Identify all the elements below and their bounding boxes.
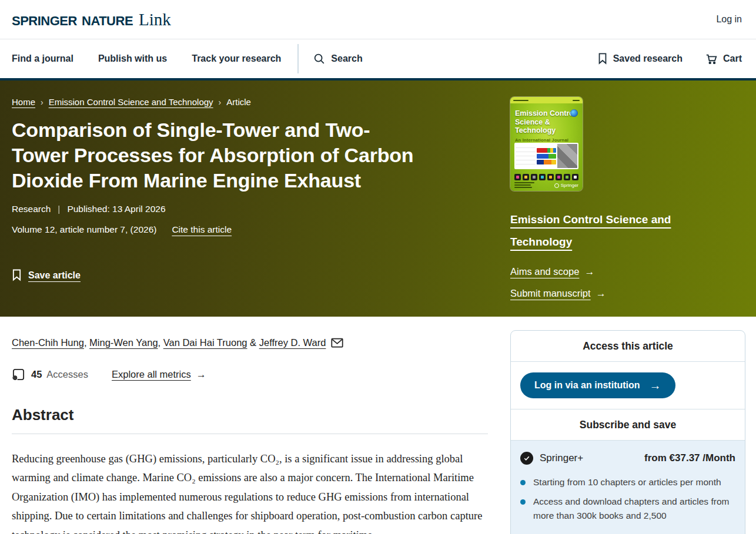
cover-issn-text xyxy=(514,181,534,188)
author-link[interactable]: Jeffrey D. Ward xyxy=(259,337,326,348)
volume-row: Volume 12, article number 7, (2026) Cite… xyxy=(12,224,488,235)
list-item: Starting from 10 chapters or articles pe… xyxy=(520,475,735,489)
bookmark-icon xyxy=(597,53,608,65)
submit-manuscript-link[interactable]: Submit manuscript xyxy=(510,288,591,299)
plan-name: Springer+ xyxy=(540,452,583,464)
bullet-icon xyxy=(520,499,526,505)
explore-all-metrics-link[interactable]: Explore all metrics xyxy=(112,369,191,380)
meta-separator: | xyxy=(58,204,60,214)
arrow-right-icon: → xyxy=(196,370,206,379)
nav-find-a-journal[interactable]: Find a journal xyxy=(12,53,73,64)
arrow-right-icon: → xyxy=(596,288,606,298)
subscribe-and-save-title: Subscribe and save xyxy=(511,409,745,440)
access-card-title: Access this article xyxy=(511,331,745,361)
springer-logo: Springer xyxy=(554,183,578,188)
nav-cart-label: Cart xyxy=(723,53,742,64)
email-corresponding-author-icon[interactable] xyxy=(331,338,343,348)
abstract-heading: Abstract xyxy=(12,406,488,424)
cover-barchart-figure xyxy=(537,144,557,168)
accesses-label: Accesses xyxy=(46,369,88,380)
cite-this-article-link[interactable]: Cite this article xyxy=(172,224,232,235)
page-title: Comparison of Single-Tower and Two- Towe… xyxy=(12,117,488,193)
nav-search-label: Search xyxy=(331,53,362,64)
arrow-right-icon: → xyxy=(650,379,661,391)
authors-line: Chen-Chih Hung, Ming-Wen Yang, Van Dai H… xyxy=(12,335,326,350)
published-date: Published: 13 April 2026 xyxy=(67,204,165,214)
cover-microscopy-figure xyxy=(557,144,577,168)
article-hero: Home › Emission Control Science and Tech… xyxy=(0,80,756,317)
breadcrumb-home[interactable]: Home xyxy=(12,97,35,107)
save-article-button[interactable]: Save article xyxy=(12,269,488,281)
nav-left-group: Find a journal Publish with us Track you… xyxy=(12,44,387,73)
logo-primary-text: Springer Nature xyxy=(12,9,133,30)
nav-divider xyxy=(297,44,299,73)
nav-cart[interactable]: Cart xyxy=(705,52,742,65)
cover-volume-strip xyxy=(510,97,583,103)
nav-saved-research[interactable]: Saved research xyxy=(597,53,683,65)
journal-cover-image[interactable]: Emission Control Science & Technology An… xyxy=(510,97,583,191)
site-header: Springer Nature Link Log in xyxy=(0,0,756,39)
accesses-count: 45 xyxy=(31,369,42,380)
breadcrumb-journal[interactable]: Emission Control Science and Technology xyxy=(49,97,213,107)
abstract-paragraph: Reducing greenhouse gas (GHG) emissions,… xyxy=(12,449,488,534)
main-nav: Find a journal Publish with us Track you… xyxy=(0,39,756,78)
article-type-label: Research xyxy=(12,204,51,214)
cover-masthead: Emission Control Science & Technology xyxy=(510,103,583,135)
nav-search-link[interactable]: Search xyxy=(313,52,362,65)
accesses-icon xyxy=(12,368,25,381)
metrics-row: 45 Accesses Explore all metrics → xyxy=(12,368,488,381)
globe-icon xyxy=(570,109,578,117)
save-article-label: Save article xyxy=(28,270,81,281)
author-link[interactable]: Van Dai Hai Truong xyxy=(163,337,247,348)
author-link[interactable]: Chen-Chih Hung xyxy=(12,337,84,348)
cover-icon-row xyxy=(514,174,578,180)
list-item: Access and download chapters and article… xyxy=(520,495,735,523)
springer-plus-plan-row: Springer+ from €37.37 /Month xyxy=(520,452,735,465)
plan-benefits-list: Starting from 10 chapters or articles pe… xyxy=(520,475,735,523)
cover-figure-panel xyxy=(514,143,578,169)
nav-right-group: Saved research Cart xyxy=(575,52,742,65)
breadcrumb-current: Article xyxy=(226,97,251,107)
subscription-panel: Springer+ from €37.37 /Month Starting fr… xyxy=(511,440,745,534)
cover-subtitle: An International Journal xyxy=(510,135,583,143)
check-circle-icon xyxy=(520,452,533,465)
springer-nature-link-logo[interactable]: Springer Nature Link xyxy=(12,9,171,30)
aims-and-scope-link[interactable]: Aims and scope xyxy=(510,266,579,277)
cart-icon xyxy=(705,52,718,65)
bookmark-icon xyxy=(12,269,22,281)
volume-info: Volume 12, article number 7, (2026) xyxy=(12,224,156,235)
authors-row: Chen-Chih Hung, Ming-Wen Yang, Van Dai H… xyxy=(12,335,488,350)
chevron-right-icon: › xyxy=(41,98,44,107)
breadcrumb: Home › Emission Control Science and Tech… xyxy=(12,97,488,107)
abstract-divider xyxy=(12,434,488,434)
login-link[interactable]: Log in xyxy=(716,14,742,25)
nav-saved-research-label: Saved research xyxy=(613,53,683,64)
arrow-right-icon: → xyxy=(584,267,594,277)
nav-track-your-research[interactable]: Track your research xyxy=(192,53,281,64)
cover-diagram-figure xyxy=(516,144,536,168)
journal-home-link[interactable]: Emission Control Science and Technology xyxy=(510,209,704,253)
author-link[interactable]: Ming-Wen Yang xyxy=(89,337,158,348)
login-via-institution-label: Log in via an institution xyxy=(534,380,640,391)
article-meta-row: Research | Published: 13 April 2026 xyxy=(12,204,488,214)
plan-price: from €37.37 /Month xyxy=(644,452,735,464)
login-via-institution-button[interactable]: Log in via an institution → xyxy=(520,372,675,398)
chevron-right-icon: › xyxy=(219,98,222,107)
nav-publish-with-us[interactable]: Publish with us xyxy=(98,53,167,64)
bullet-icon xyxy=(520,480,526,485)
access-article-card: Access this article Log in via an instit… xyxy=(510,330,745,534)
search-icon xyxy=(313,52,326,65)
logo-suffix-text: Link xyxy=(139,10,171,29)
